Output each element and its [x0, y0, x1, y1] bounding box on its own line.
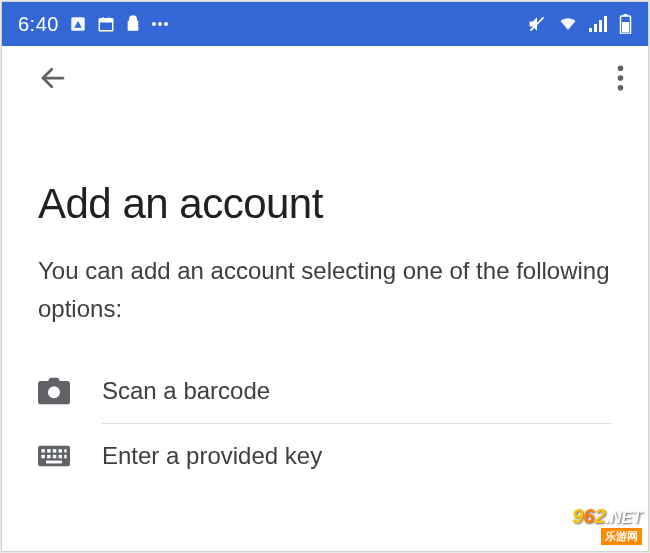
mute-icon	[527, 14, 547, 34]
svg-rect-26	[64, 449, 66, 452]
back-button[interactable]	[38, 63, 68, 93]
camera-icon	[38, 377, 78, 405]
svg-rect-32	[46, 460, 62, 463]
page-title: Add an account	[38, 180, 612, 228]
overflow-menu-button[interactable]	[617, 65, 624, 91]
shopping-icon	[125, 15, 141, 33]
svg-rect-11	[599, 20, 602, 32]
svg-rect-28	[47, 455, 50, 458]
option-enter-key[interactable]: Enter a provided key	[38, 424, 612, 488]
content: Add an account You can add an account se…	[2, 110, 648, 488]
svg-rect-31	[64, 455, 66, 458]
svg-rect-15	[622, 22, 629, 33]
svg-rect-12	[604, 16, 607, 32]
more-vert-icon	[617, 65, 624, 91]
svg-rect-29	[53, 455, 56, 458]
clock: 6:40	[18, 13, 59, 36]
wifi-icon	[557, 15, 579, 33]
option-label: Enter a provided key	[102, 442, 322, 470]
svg-point-17	[618, 65, 624, 71]
svg-point-6	[158, 22, 162, 26]
svg-rect-24	[53, 449, 56, 452]
svg-rect-25	[59, 449, 62, 452]
svg-rect-23	[47, 449, 50, 452]
status-right	[527, 14, 632, 34]
maps-icon	[69, 15, 87, 33]
svg-rect-27	[41, 455, 44, 458]
svg-point-7	[164, 22, 168, 26]
watermark-logo: 962.NET	[572, 506, 642, 526]
svg-point-5	[152, 22, 156, 26]
more-notifications-icon	[151, 21, 169, 27]
watermark: 962.NET 乐游网	[572, 506, 642, 545]
app-bar	[2, 46, 648, 110]
option-label: Scan a barcode	[102, 377, 270, 405]
calendar-icon	[97, 15, 115, 33]
svg-point-18	[618, 75, 624, 81]
svg-rect-30	[59, 455, 62, 458]
arrow-left-icon	[38, 63, 68, 93]
status-left: 6:40	[18, 13, 169, 36]
svg-point-20	[48, 386, 60, 398]
status-bar: 6:40	[2, 2, 648, 46]
battery-icon	[619, 14, 632, 34]
page-subtitle: You can add an account selecting one of …	[38, 252, 612, 329]
svg-rect-9	[589, 28, 592, 32]
keyboard-icon	[38, 445, 78, 467]
svg-rect-22	[41, 449, 44, 452]
svg-rect-10	[594, 24, 597, 32]
watermark-text: 乐游网	[601, 528, 642, 545]
svg-rect-2	[99, 19, 113, 23]
svg-point-19	[618, 85, 624, 91]
signal-icon	[589, 16, 609, 32]
option-list: Scan a barcode Enter a provided key	[38, 359, 612, 488]
option-scan-barcode[interactable]: Scan a barcode	[38, 359, 612, 423]
